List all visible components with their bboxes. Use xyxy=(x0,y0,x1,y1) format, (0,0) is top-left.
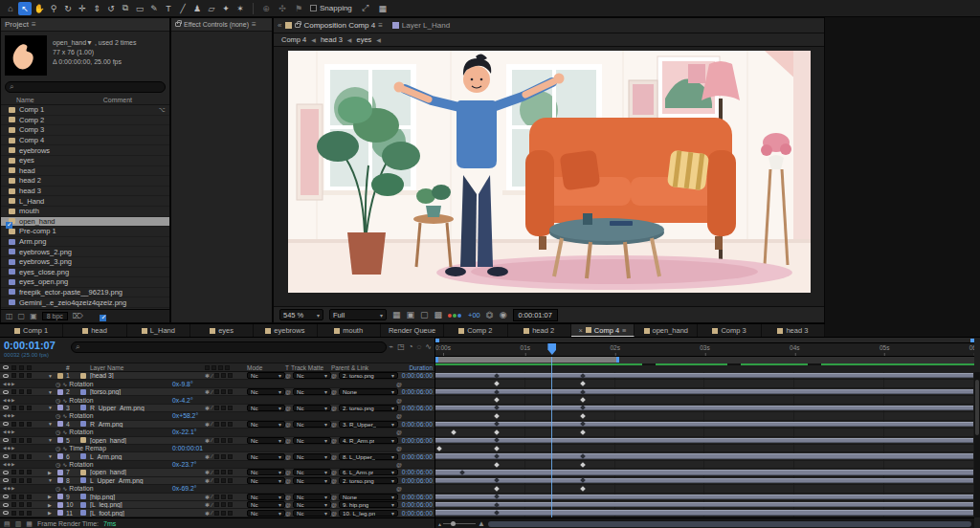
layer-lock-toggle[interactable] xyxy=(27,373,32,378)
parent-dropdown[interactable]: 3. R_Upper_ xyxy=(339,421,398,428)
property-value[interactable]: 0:00:00:01 xyxy=(172,445,203,451)
parent-pickwhip-icon[interactable] xyxy=(331,477,337,484)
layer-visibility-icon[interactable] xyxy=(3,390,9,394)
pickwhip-icon[interactable] xyxy=(285,501,291,508)
property-keyframe-row[interactable] xyxy=(435,429,974,436)
layer-duration-bar-row[interactable] xyxy=(435,421,974,429)
timeline-horizontal-scrollbar[interactable]: ▴ ▲ xyxy=(435,517,974,528)
layer-duration[interactable]: 0:00:06:00 xyxy=(398,494,434,500)
property-keyframe-row[interactable] xyxy=(435,445,974,452)
scrollbar-thumb[interactable] xyxy=(975,380,979,435)
collapse-transform-icon[interactable]: ✱ xyxy=(205,421,210,428)
project-item[interactable]: eyebrows_2.png xyxy=(1,247,169,257)
layer-audio-toggle[interactable] xyxy=(11,511,16,516)
toolbar-tool[interactable]: ⌂ xyxy=(4,2,17,15)
timeline-layer-row[interactable]: ▼ 1 [head 3] ✱∕ Nc Nc 2. torso.png 0:00:… xyxy=(0,372,434,380)
timeline-layer-row[interactable]: ▼ 5 [open_hand] ✱∕ Nc Nc 4. R_Arm.pr 0:0… xyxy=(0,437,434,445)
timeline-layer-row[interactable]: ▶ 9 [hip.png] ✱∕ Nc Nc None 0:00:06:00 xyxy=(0,494,434,501)
time-ruler[interactable]: 0:00s01s02s03s04s05s06s xyxy=(435,343,974,357)
layer-lock-toggle[interactable] xyxy=(27,454,32,459)
layer-label-chip[interactable] xyxy=(57,373,66,379)
blend-mode-dropdown[interactable]: Nc xyxy=(247,469,285,475)
blend-mode-dropdown[interactable]: Nc xyxy=(247,501,285,508)
composition-tab[interactable]: eyes xyxy=(190,324,254,337)
timeline-layer-row[interactable]: ▼ 3 R_Upper_Arm.png ✱∕ Nc Nc 2. torso.pn… xyxy=(0,405,434,412)
layer-solo-toggle[interactable] xyxy=(19,502,24,507)
timeline-layer-row[interactable]: ▶ 11 [L_foot.png] ✱∕ Nc Nc 10. L_leg.pn … xyxy=(0,509,434,517)
quality-icon[interactable]: ∕ xyxy=(212,510,212,516)
composition-tab[interactable]: eyebrows xyxy=(254,324,317,337)
mask-visibility-icon[interactable]: ▣ xyxy=(407,310,415,319)
toolbar-tool[interactable]: T xyxy=(162,2,175,15)
composition-tab[interactable]: mouth xyxy=(318,324,381,337)
layer-visibility-icon[interactable] xyxy=(3,511,9,515)
blend-mode-dropdown[interactable]: Nc xyxy=(247,405,285,411)
toolbar-tool[interactable]: ⚲ xyxy=(47,2,60,15)
pickwhip-icon[interactable] xyxy=(285,477,291,484)
parent-pickwhip-icon[interactable] xyxy=(331,453,337,460)
collapse-transform-icon[interactable]: ✱ xyxy=(205,510,210,517)
toolbar-tool[interactable]: ✶ xyxy=(234,2,247,15)
composition-tab[interactable]: head 3 xyxy=(762,324,825,337)
layer-name[interactable]: [open_hand] xyxy=(90,437,205,444)
column-duration[interactable]: Duration xyxy=(398,364,435,371)
track-matte-dropdown[interactable]: Nc xyxy=(293,437,331,444)
current-timecode[interactable]: 0:00:01:07 xyxy=(4,340,56,351)
layer-duration-bar[interactable] xyxy=(435,406,973,410)
layer-visibility-icon[interactable] xyxy=(3,478,9,482)
panel-menu-icon[interactable] xyxy=(378,21,383,30)
layer-name[interactable]: L_Arm.png xyxy=(90,453,205,460)
timeline-property-row[interactable]: Time Remap 0:00:00:01 xyxy=(0,445,434,452)
blend-mode-dropdown[interactable]: Nc xyxy=(247,437,285,444)
show-snapshot-icon[interactable]: ◉ xyxy=(500,310,507,319)
keyframe-navigator-icon[interactable] xyxy=(0,429,27,434)
layer-solo-toggle[interactable] xyxy=(19,406,24,410)
timeline-layer-row[interactable]: ▼ 2 [torso.png] ✱∕ Nc Nc None 0:00:06:00 xyxy=(0,388,434,396)
snap-option-tool[interactable]: ⤢ xyxy=(359,2,372,15)
layer-label-chip[interactable] xyxy=(57,494,66,499)
toolbar-tool[interactable]: ↺ xyxy=(104,2,118,15)
magnification-dropdown[interactable]: 545 % xyxy=(279,309,323,320)
project-item[interactable]: Comp 1 xyxy=(1,105,169,116)
composition-tab[interactable]: Render Queue xyxy=(381,324,444,337)
property-keyframe-row[interactable] xyxy=(435,412,974,420)
draft-3d-icon[interactable]: ◳ xyxy=(397,342,405,351)
layer-solo-toggle[interactable] xyxy=(19,478,24,483)
layer-label-chip[interactable] xyxy=(57,470,66,475)
property-name[interactable]: Rotation xyxy=(69,429,93,435)
property-value[interactable]: 0x-22.1° xyxy=(172,429,196,435)
project-item[interactable]: Gemini_..e_zeio4qzeiz4qzeiz.png xyxy=(1,297,169,308)
footage-name[interactable]: open_hand▼ , used 2 times xyxy=(53,38,137,48)
timeline-zoom-control[interactable]: ▴ ▲ xyxy=(438,519,485,528)
layer-twirl-icon[interactable]: ▼ xyxy=(48,389,57,395)
work-area-bar[interactable] xyxy=(435,357,974,365)
layer-name[interactable]: [head 3] xyxy=(90,372,205,379)
parent-dropdown[interactable]: 2. torso.png xyxy=(339,477,398,484)
collapse-transform-icon[interactable]: ✱ xyxy=(205,501,210,508)
layer-visibility-icon[interactable] xyxy=(3,438,9,442)
project-item[interactable]: Pre-comp 1 xyxy=(1,227,169,237)
quality-icon[interactable]: ∕ xyxy=(212,494,212,499)
parent-pickwhip-icon[interactable] xyxy=(331,372,337,379)
playhead[interactable] xyxy=(547,343,556,355)
layer-lock-toggle[interactable] xyxy=(27,495,32,499)
composition-tab[interactable]: Comp 3 xyxy=(698,324,761,337)
toolbar-aux-tool[interactable]: ⊕ xyxy=(259,2,273,15)
timeline-layer-row[interactable]: ▶ 10 [L_leg.png] ✱∕ Nc Nc 9. hip.png 0:0… xyxy=(0,501,434,509)
comp-mini-flowchart-icon[interactable]: ⌁ xyxy=(389,342,393,351)
layer-duration[interactable]: 0:00:06:00 xyxy=(398,405,434,411)
tab-scroll-left-icon[interactable] xyxy=(278,21,281,30)
layer-duration-bar-row[interactable] xyxy=(435,437,974,445)
layer-audio-toggle[interactable] xyxy=(11,438,16,443)
panel-menu-icon[interactable] xyxy=(622,326,626,335)
composition-tab[interactable]: Comp 2 xyxy=(444,324,507,337)
layer-audio-toggle[interactable] xyxy=(11,454,16,459)
breadcrumb-item[interactable]: Comp 4 xyxy=(281,35,306,44)
timeline-property-row[interactable]: Rotation 0x-4.2° xyxy=(0,396,434,404)
property-name[interactable]: Rotation xyxy=(69,381,93,387)
layer-duration-bar[interactable] xyxy=(435,373,973,378)
toggle-inout-columns-icon[interactable]: ▦ xyxy=(26,520,33,528)
layer-duration[interactable]: 0:00:06:00 xyxy=(398,501,434,508)
layer-audio-toggle[interactable] xyxy=(11,495,16,499)
layer-duration-bar-row[interactable] xyxy=(435,494,974,501)
